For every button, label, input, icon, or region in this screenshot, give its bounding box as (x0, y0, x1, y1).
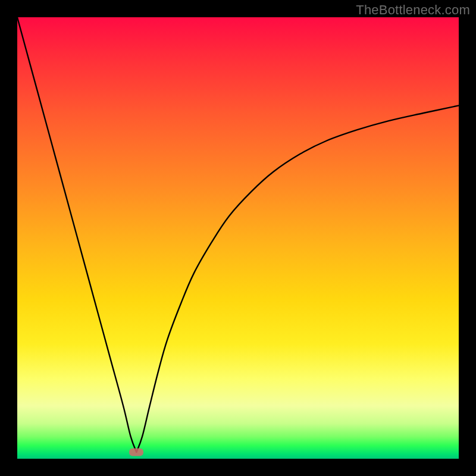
bottleneck-curve-right (136, 105, 459, 452)
trough-marker (129, 448, 143, 456)
bottleneck-curve-left (17, 17, 136, 452)
chart-frame: TheBottleneck.com (0, 0, 476, 476)
plot-area (17, 17, 459, 459)
watermark-text: TheBottleneck.com (356, 2, 470, 18)
curve-layer (17, 17, 459, 459)
